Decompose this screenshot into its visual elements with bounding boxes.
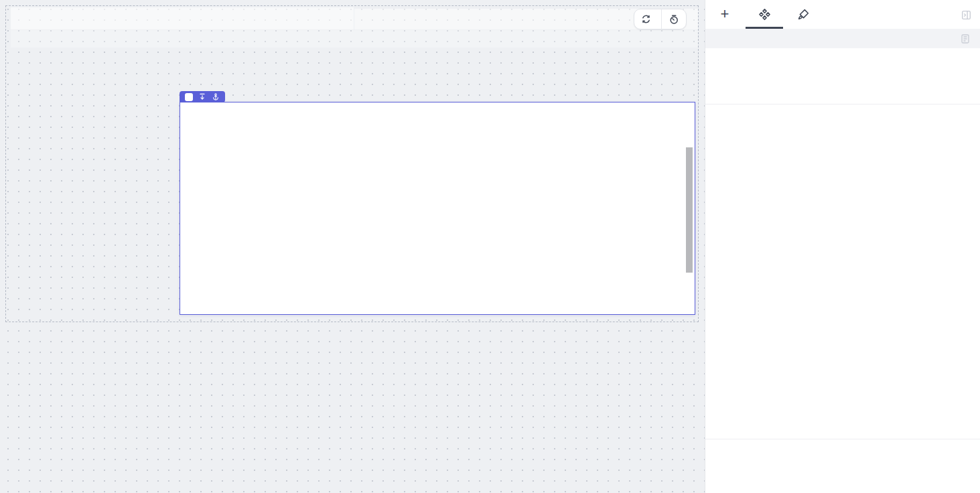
tab-styles[interactable] (784, 0, 822, 28)
ghost-widget (11, 7, 354, 29)
plus-icon: + (721, 7, 729, 21)
canvas[interactable] (0, 0, 705, 493)
editor-scrollbar[interactable] (686, 147, 693, 273)
insert-below-icon[interactable] (198, 92, 206, 101)
code-input-widget[interactable] (180, 102, 695, 315)
section-divider (705, 104, 980, 104)
collapse-panel-button[interactable] (959, 7, 973, 22)
components-icon (758, 8, 771, 21)
widget-badge[interactable] (180, 91, 225, 102)
component-doc-icon[interactable] (960, 33, 971, 44)
history-icon (669, 14, 679, 25)
inspector-panel: + (705, 0, 980, 493)
sidebar-collapse-icon (961, 9, 972, 21)
tab-add-component[interactable]: + (706, 0, 744, 28)
component-header (705, 29, 980, 48)
ghost-widget (11, 30, 698, 48)
history-button[interactable] (662, 9, 686, 29)
section-divider (705, 439, 980, 439)
anchor-icon[interactable] (212, 92, 220, 101)
widget-badge-label (185, 93, 193, 101)
canvas-toolbar (634, 9, 687, 29)
paintbrush-icon (797, 8, 810, 21)
refresh-button[interactable] (634, 9, 661, 29)
code-editor[interactable] (180, 102, 695, 314)
refresh-icon (641, 14, 651, 24)
tab-components[interactable] (746, 0, 783, 28)
